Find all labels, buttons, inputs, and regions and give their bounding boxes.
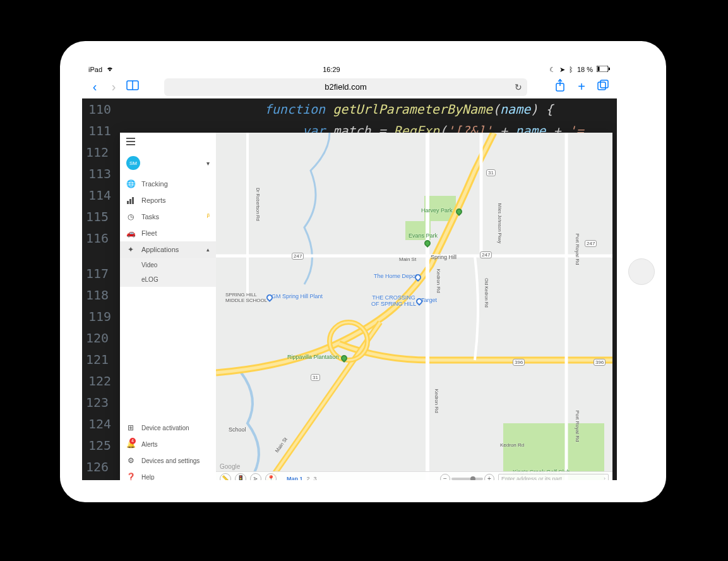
line-number: 121 xyxy=(86,349,117,370)
map-road-label: Port Royal Rd xyxy=(575,411,580,442)
chevron-down-icon: ▾ xyxy=(206,160,210,167)
sidebar-item-label: eLOG xyxy=(141,276,210,283)
clock-icon: ◷ xyxy=(126,212,135,221)
globe-icon: 🌐 xyxy=(126,179,135,188)
screen: iPad 16:29 ☾ ➤ ᛒ 18 % ‹ › xyxy=(82,63,617,480)
content-area: 110 function getUrlParameterByName(name)… xyxy=(82,99,617,480)
url-text: b2field.com xyxy=(325,82,366,92)
map-search-input[interactable]: Enter address or its part... › xyxy=(498,474,609,481)
sidebar-item-label: Reports xyxy=(141,196,210,204)
sidebar-item-tracking[interactable]: 🌐 Tracking xyxy=(120,176,216,192)
line-number: 119 xyxy=(86,306,120,327)
road-shield: 31 xyxy=(311,374,320,381)
new-tab-icon[interactable]: + xyxy=(574,80,589,94)
forward-button[interactable]: › xyxy=(107,80,120,94)
reload-icon[interactable]: ↻ xyxy=(515,82,522,92)
road-shield: 396 xyxy=(513,359,525,366)
marker-tool[interactable]: 📍 xyxy=(265,473,277,481)
line-number: 126 xyxy=(86,456,117,478)
svg-rect-1 xyxy=(597,67,599,71)
sidebar-item-label: Alerts xyxy=(141,441,210,448)
road-shield: 31 xyxy=(486,169,496,176)
map-place-label: GM Spring Hill Plant xyxy=(272,293,323,299)
ipad-frame: iPad 16:29 ☾ ➤ ᛒ 18 % ‹ › xyxy=(60,41,666,502)
sidebar-item-label: Help xyxy=(141,474,210,481)
zoom-in-button[interactable]: + xyxy=(484,474,494,481)
map-road-label: Kedron Rd xyxy=(434,389,439,413)
url-bar[interactable]: b2field.com ↻ xyxy=(164,78,527,96)
map-road-label: Kedron Rd xyxy=(500,442,524,448)
line-number: 113 xyxy=(86,163,120,184)
bluetooth-icon: ᛒ xyxy=(569,66,573,73)
share-tool[interactable]: ⪢ xyxy=(250,473,261,481)
user-menu[interactable]: SM ▾ xyxy=(120,150,216,176)
sidebar-item-help[interactable]: ❓ Help xyxy=(120,469,216,480)
zoom-out-button[interactable]: − xyxy=(440,474,450,481)
map-road-label: Main St xyxy=(399,256,416,262)
sidebar-item-alerts[interactable]: 🔔 4 Alerts xyxy=(120,436,216,452)
help-icon: ❓ xyxy=(126,473,135,480)
svg-rect-2 xyxy=(609,68,610,70)
sidebar-item-fleet[interactable]: 🚗 Fleet xyxy=(120,225,216,241)
plus-box-icon: ⊞ xyxy=(126,423,135,432)
map-road-label: Dr Robertson Rd xyxy=(256,188,260,221)
battery-icon xyxy=(597,66,611,73)
svg-rect-9 xyxy=(127,201,129,204)
share-icon[interactable] xyxy=(552,79,568,95)
map-toolbar: 📏 🚦 ⪢ 📍 Map 1 2 3 − + xyxy=(216,471,612,480)
sidebar: SM ▾ 🌐 Tracking Reports xyxy=(120,133,216,480)
gear-icon: ⚙ xyxy=(126,456,135,465)
ios-status-bar: iPad 16:29 ☾ ➤ ᛒ 18 % xyxy=(82,63,617,76)
bookmarks-icon[interactable] xyxy=(126,80,139,94)
line-number: 125 xyxy=(86,435,120,456)
map-road-label: Old Kedron Rd xyxy=(484,278,489,307)
sidebar-item-device-activation[interactable]: ⊞ Device activation xyxy=(120,419,216,436)
carrier-label: iPad xyxy=(88,66,102,73)
map-tab[interactable]: Map 1 xyxy=(287,476,303,481)
sidebar-item-tasks[interactable]: ◷ Tasks β xyxy=(120,208,216,225)
home-button[interactable] xyxy=(628,258,655,285)
zoom-slider[interactable] xyxy=(451,478,483,480)
line-number: 122 xyxy=(86,370,120,392)
sidebar-item-label: Fleet xyxy=(141,229,210,237)
map-place-label: THE CROSSING OF SPRING HILL xyxy=(371,294,416,307)
map-tab[interactable]: 2 xyxy=(307,476,310,481)
map-place-label: Target xyxy=(421,297,437,303)
sidebar-item-applications[interactable]: ✦ Applications ▴ xyxy=(120,241,216,258)
search-placeholder: Enter address or its part... xyxy=(501,476,567,481)
sidebar-item-label: Tasks xyxy=(141,213,200,220)
road-shield: 247 xyxy=(585,240,597,247)
tabs-icon[interactable] xyxy=(595,80,611,94)
map-road-label: Kedron Rd xyxy=(436,268,441,293)
back-button[interactable]: ‹ xyxy=(88,80,101,94)
map-place-label: SPRING HILL MIDDLE SCHOOL xyxy=(225,292,267,303)
road-shield: 247 xyxy=(480,251,492,258)
line-number: 118 xyxy=(86,284,117,306)
map[interactable]: Spring Hill Harvey Park Evans Park The H… xyxy=(216,133,612,480)
google-attribution: Google xyxy=(220,463,240,470)
svg-rect-7 xyxy=(598,82,606,90)
ruler-tool[interactable]: 📏 xyxy=(220,473,231,481)
hamburger-icon[interactable] xyxy=(126,138,135,145)
line-number: 115 xyxy=(86,206,117,227)
sidebar-item-elog[interactable]: eLOG xyxy=(120,272,216,287)
clock: 16:29 xyxy=(323,66,340,73)
map-place-label: Harvey Park xyxy=(421,207,453,214)
line-number: 112 xyxy=(86,142,117,163)
line-number: 111 xyxy=(86,120,120,142)
road-shield: 247 xyxy=(292,253,304,260)
beta-badge: β xyxy=(206,212,210,218)
line-number: 114 xyxy=(86,184,120,206)
car-icon: 🚗 xyxy=(126,229,135,238)
chevron-right-icon: › xyxy=(604,476,606,480)
sidebar-item-reports[interactable]: Reports xyxy=(120,192,216,208)
sidebar-item-video[interactable]: Video xyxy=(120,258,216,272)
app-window: SM ▾ 🌐 Tracking Reports xyxy=(120,133,612,480)
safari-toolbar: ‹ › b2field.com ↻ + xyxy=(82,76,617,99)
puzzle-icon: ✦ xyxy=(126,245,135,254)
traffic-tool[interactable]: 🚦 xyxy=(235,473,246,481)
sidebar-item-devices-settings[interactable]: ⚙ Devices and settings xyxy=(120,452,216,469)
battery-percent: 18 % xyxy=(577,66,593,73)
line-number: 117 xyxy=(86,263,117,284)
map-tab[interactable]: 3 xyxy=(314,476,317,481)
